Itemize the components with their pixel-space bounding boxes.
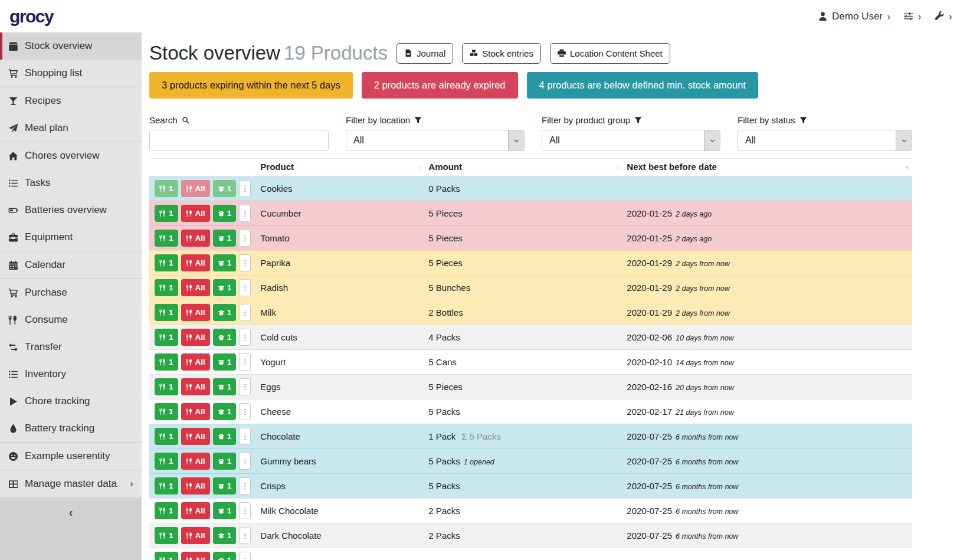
consume-one-button[interactable]: 1 <box>155 502 178 519</box>
consume-one-button[interactable]: 1 <box>155 477 178 494</box>
open-one-button[interactable]: 1 <box>213 428 237 445</box>
row-menu-button[interactable]: ⋮ <box>239 304 251 321</box>
filter-by-status-select[interactable]: All <box>738 130 912 151</box>
row-menu-button[interactable]: ⋮ <box>239 428 251 445</box>
row-menu-button[interactable]: ⋮ <box>239 180 251 197</box>
sort-icon[interactable]: ↑↓ <box>417 164 422 171</box>
consume-all-button[interactable]: All <box>181 304 210 321</box>
row-menu-button[interactable]: ⋮ <box>239 378 251 395</box>
consume-all-button[interactable]: All <box>181 428 210 445</box>
sort-icon[interactable]: ↑↓ <box>615 164 621 171</box>
sort-icon[interactable]: ↑↓ <box>906 164 911 171</box>
sidebar-item-example-userentity[interactable]: Example userentity <box>0 443 142 470</box>
row-menu-button[interactable]: ⋮ <box>239 502 251 519</box>
filter-by-location-select[interactable]: All <box>346 130 525 151</box>
consume-all-button[interactable]: All <box>181 502 210 519</box>
consume-one-button[interactable]: 1 <box>155 353 178 371</box>
sidebar-collapse-button[interactable]: ‹ <box>0 497 142 560</box>
row-menu-button[interactable]: ⋮ <box>239 254 251 271</box>
sidebar-item-tasks[interactable]: Tasks <box>0 169 142 197</box>
open-one-button[interactable]: 1 <box>213 527 237 544</box>
consume-all-button[interactable]: All <box>181 527 210 544</box>
column-header-next-best-before-date[interactable]: Next best before date↑↓ <box>622 159 912 176</box>
open-one-button[interactable]: 1 <box>213 180 237 197</box>
sidebar-item-battery-tracking[interactable]: Battery tracking <box>0 415 142 442</box>
sidebar-item-chore-tracking[interactable]: Chore tracking <box>0 388 142 415</box>
open-one-button[interactable]: 1 <box>213 304 237 321</box>
stock-entries-button[interactable]: Stock entries <box>462 43 541 64</box>
sidebar-item-equipment[interactable]: Equipment <box>0 224 142 251</box>
row-menu-button[interactable]: ⋮ <box>239 403 251 420</box>
open-one-button[interactable]: 1 <box>213 254 237 271</box>
row-menu-button[interactable]: ⋮ <box>239 230 251 247</box>
consume-one-button[interactable]: 1 <box>155 552 178 560</box>
open-one-button[interactable]: 1 <box>213 279 237 296</box>
consume-all-button[interactable]: All <box>181 378 210 395</box>
consume-one-button[interactable]: 1 <box>155 205 178 222</box>
admin-menu[interactable]: › <box>935 11 952 22</box>
row-menu-button[interactable]: ⋮ <box>239 205 251 222</box>
consume-all-button[interactable]: All <box>181 180 210 197</box>
consume-all-button[interactable]: All <box>181 453 210 470</box>
sidebar-item-manage-master-data[interactable]: Manage master data› <box>0 470 142 497</box>
sidebar-item-calendar[interactable]: Calendar <box>0 251 142 279</box>
consume-one-button[interactable]: 1 <box>155 403 178 420</box>
open-one-button[interactable]: 1 <box>213 230 237 247</box>
filter-by-product-group-select[interactable]: All <box>542 130 720 151</box>
sidebar-item-shopping-list[interactable]: Shopping list <box>0 60 142 87</box>
open-one-button[interactable]: 1 <box>213 378 237 395</box>
row-menu-button[interactable]: ⋮ <box>239 527 251 544</box>
search-input[interactable] <box>149 130 329 151</box>
consume-one-button[interactable]: 1 <box>155 527 178 544</box>
sidebar-item-consume[interactable]: Consume <box>0 306 142 333</box>
row-menu-button[interactable]: ⋮ <box>239 353 251 371</box>
sidebar-item-chores-overview[interactable]: Chores overview <box>0 142 142 169</box>
consume-one-button[interactable]: 1 <box>155 329 178 346</box>
consume-one-button[interactable]: 1 <box>155 378 178 395</box>
consume-all-button[interactable]: All <box>181 279 210 296</box>
sidebar-item-stock-overview[interactable]: Stock overview <box>0 32 142 60</box>
consume-one-button[interactable]: 1 <box>155 230 178 247</box>
alert-banner[interactable]: 3 products expiring within the next 5 da… <box>149 72 353 99</box>
sidebar-item-meal-plan[interactable]: Meal plan <box>0 114 142 142</box>
open-one-button[interactable]: 1 <box>213 453 237 470</box>
sidebar-item-batteries-overview[interactable]: Batteries overview <box>0 197 142 224</box>
alert-banner[interactable]: 2 products are already expired <box>362 72 518 99</box>
open-one-button[interactable]: 1 <box>213 502 237 519</box>
consume-one-button[interactable]: 1 <box>155 453 178 470</box>
consume-all-button[interactable]: All <box>181 353 210 371</box>
consume-all-button[interactable]: All <box>181 477 210 494</box>
sidebar-item-recipes[interactable]: Recipes <box>0 87 142 114</box>
open-one-button[interactable]: 1 <box>213 353 237 371</box>
consume-one-button[interactable]: 1 <box>155 279 178 296</box>
journal-button[interactable]: Journal <box>396 43 453 64</box>
consume-all-button[interactable]: All <box>181 205 210 222</box>
column-header-product[interactable]: Product↑↓ <box>255 159 424 176</box>
open-one-button[interactable]: 1 <box>213 205 237 222</box>
sidebar-item-inventory[interactable]: Inventory <box>0 361 142 388</box>
consume-one-button[interactable]: 1 <box>155 180 178 197</box>
consume-all-button[interactable]: All <box>181 403 210 420</box>
consume-all-button[interactable]: All <box>181 230 210 247</box>
row-menu-button[interactable]: ⋮ <box>239 329 251 346</box>
location-content-sheet-button[interactable]: Location Content Sheet <box>550 43 670 64</box>
sidebar-item-transfer[interactable]: Transfer <box>0 333 142 361</box>
sidebar-item-purchase[interactable]: Purchase <box>0 279 142 306</box>
row-menu-button[interactable]: ⋮ <box>239 552 251 560</box>
settings-menu[interactable]: › <box>903 11 921 22</box>
open-one-button[interactable]: 1 <box>213 477 237 494</box>
open-one-button[interactable]: 1 <box>213 552 237 560</box>
alert-banner[interactable]: 4 products are below defined min. stock … <box>527 72 758 99</box>
consume-all-button[interactable]: All <box>181 254 210 271</box>
grocy-logo[interactable]: grocy <box>9 6 53 27</box>
consume-all-button[interactable]: All <box>181 552 210 560</box>
consume-all-button[interactable]: All <box>181 329 210 346</box>
column-header-amount[interactable]: Amount↑↓ <box>424 159 622 176</box>
open-one-button[interactable]: 1 <box>213 403 237 420</box>
user-menu[interactable]: Demo User › <box>818 11 890 22</box>
row-menu-button[interactable]: ⋮ <box>239 279 251 296</box>
row-menu-button[interactable]: ⋮ <box>239 453 251 470</box>
open-one-button[interactable]: 1 <box>213 329 237 346</box>
row-menu-button[interactable]: ⋮ <box>239 477 251 494</box>
consume-one-button[interactable]: 1 <box>155 304 178 321</box>
